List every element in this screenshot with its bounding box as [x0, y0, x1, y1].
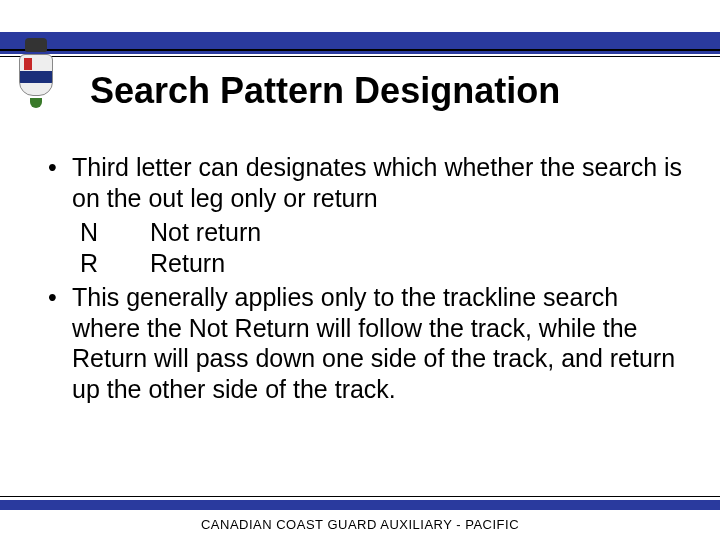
slide-title: Search Pattern Designation [90, 70, 690, 112]
footer-text: CANADIAN COAST GUARD AUXILIARY - PACIFIC [0, 517, 720, 532]
definition-row-r: R Return [80, 248, 684, 279]
slide-body: Third letter can designates which whethe… [44, 152, 684, 408]
definition-code: R [80, 248, 150, 279]
definition-row-n: N Not return [80, 217, 684, 248]
definition-label: Not return [150, 217, 261, 248]
bottom-rule-thin [0, 496, 720, 497]
slide: Search Pattern Designation Third letter … [0, 0, 720, 540]
definition-list: N Not return R Return [80, 217, 684, 278]
bottom-accent-band [0, 500, 720, 510]
bullet-2: This generally applies only to the track… [44, 282, 684, 404]
definition-code: N [80, 217, 150, 248]
top-rule-thin [0, 56, 720, 57]
ccga-crest-icon [14, 38, 58, 112]
bullet-1: Third letter can designates which whethe… [44, 152, 684, 213]
top-rule-thick [0, 49, 720, 51]
definition-label: Return [150, 248, 225, 279]
